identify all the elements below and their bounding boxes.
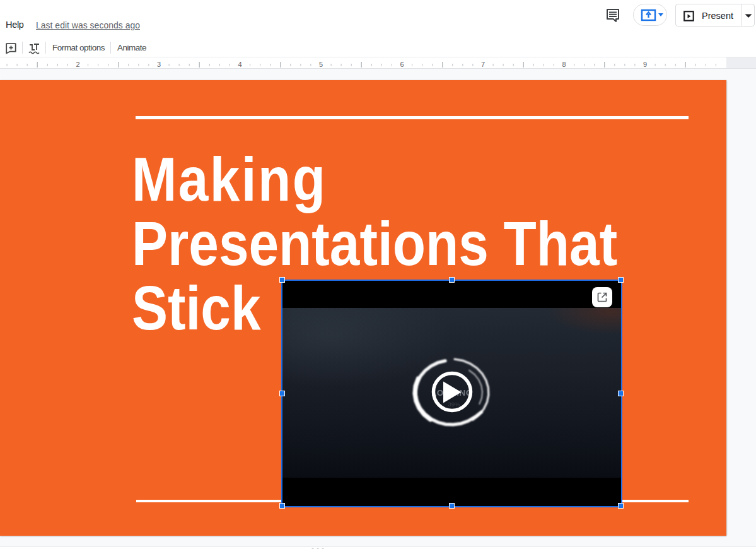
svg-text:2: 2: [76, 61, 79, 68]
svg-text:5: 5: [319, 61, 323, 68]
svg-text:4: 4: [238, 61, 241, 68]
svg-text:8: 8: [562, 61, 566, 68]
svg-text:7: 7: [481, 61, 485, 68]
svg-text:9: 9: [643, 61, 647, 68]
svg-text:6: 6: [400, 61, 404, 68]
svg-text:3: 3: [157, 61, 161, 68]
